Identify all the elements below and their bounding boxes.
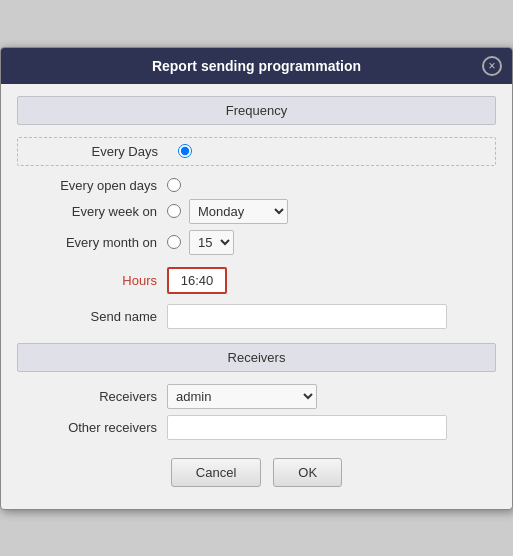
cancel-button[interactable]: Cancel xyxy=(171,458,261,487)
every-week-on-row: Every week on Monday Tuesday Wednesday T… xyxy=(17,199,496,224)
every-days-radio[interactable] xyxy=(178,144,192,158)
dialog-body: Frequency Every Days Every open days Eve… xyxy=(1,84,512,509)
week-day-select[interactable]: Monday Tuesday Wednesday Thursday Friday… xyxy=(189,199,288,224)
send-name-label: Send name xyxy=(27,309,157,324)
every-open-days-label: Every open days xyxy=(27,178,157,193)
dialog-title: Report sending programmation xyxy=(152,58,361,74)
title-bar: Report sending programmation × xyxy=(1,48,512,84)
every-month-on-radio[interactable] xyxy=(167,235,181,249)
every-week-on-label: Every week on xyxy=(27,204,157,219)
other-receivers-label: Other receivers xyxy=(27,420,157,435)
every-week-on-radio[interactable] xyxy=(167,204,181,218)
every-days-label: Every Days xyxy=(28,144,158,159)
every-month-on-label: Every month on xyxy=(27,235,157,250)
receivers-label: Receivers xyxy=(27,389,157,404)
receivers-select[interactable]: admin user1 user2 xyxy=(167,384,317,409)
hours-input[interactable] xyxy=(167,267,227,294)
send-name-row: Send name xyxy=(17,304,496,329)
receivers-section-header: Receivers xyxy=(17,343,496,372)
every-open-days-radio[interactable] xyxy=(167,178,181,192)
report-dialog: Report sending programmation × Frequency… xyxy=(0,47,513,510)
send-name-input[interactable] xyxy=(167,304,447,329)
frequency-label: Frequency xyxy=(226,103,287,118)
every-month-on-row: Every month on 12345 678910 1112131415 1… xyxy=(17,230,496,255)
close-icon: × xyxy=(488,60,495,72)
receivers-row: Receivers admin user1 user2 xyxy=(17,384,496,409)
frequency-section-header: Frequency xyxy=(17,96,496,125)
receivers-section-label: Receivers xyxy=(228,350,286,365)
every-days-row: Every Days xyxy=(17,137,496,166)
other-receivers-input[interactable] xyxy=(167,415,447,440)
every-open-days-row: Every open days xyxy=(17,178,496,193)
ok-button[interactable]: OK xyxy=(273,458,342,487)
hours-label: Hours xyxy=(27,273,157,288)
button-row: Cancel OK xyxy=(17,458,496,487)
month-day-select[interactable]: 12345 678910 1112131415 1617181920 21222… xyxy=(189,230,234,255)
other-receivers-row: Other receivers xyxy=(17,415,496,440)
hours-row: Hours xyxy=(17,267,496,294)
close-button[interactable]: × xyxy=(482,56,502,76)
